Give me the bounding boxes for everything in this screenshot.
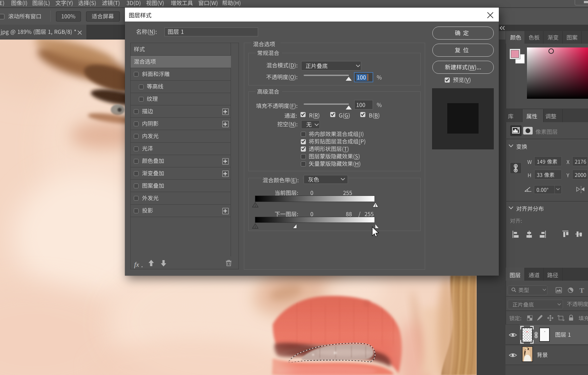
svg-text:fx: fx bbox=[134, 260, 139, 268]
svg-text:T: T bbox=[579, 286, 584, 294]
